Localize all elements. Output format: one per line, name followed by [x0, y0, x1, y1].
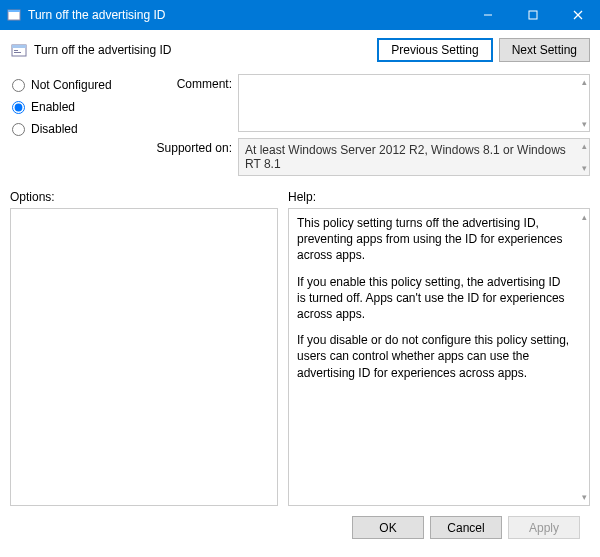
radio-not-configured[interactable]: Not Configured — [10, 78, 150, 92]
help-paragraph: This policy setting turns off the advert… — [297, 215, 571, 264]
radio-not-configured-label: Not Configured — [31, 78, 112, 92]
radio-disabled-label: Disabled — [31, 122, 78, 136]
titlebar: Turn off the advertising ID — [0, 0, 600, 30]
state-radio-group: Not Configured Enabled Disabled — [10, 74, 150, 144]
chevron-up-icon[interactable]: ▴ — [582, 77, 587, 87]
svg-rect-9 — [14, 52, 21, 53]
setting-title: Turn off the advertising ID — [34, 43, 171, 57]
help-pane: This policy setting turns off the advert… — [288, 208, 590, 506]
help-label: Help: — [288, 190, 590, 204]
minimize-button[interactable] — [465, 0, 510, 30]
comment-input[interactable]: ▴ ▾ — [238, 74, 590, 132]
previous-setting-button[interactable]: Previous Setting — [377, 38, 492, 62]
svg-rect-1 — [8, 10, 20, 12]
radio-disabled[interactable]: Disabled — [10, 122, 150, 136]
close-button[interactable] — [555, 0, 600, 30]
radio-not-configured-input[interactable] — [12, 79, 25, 92]
app-icon — [6, 7, 22, 23]
supported-on-value: At least Windows Server 2012 R2, Windows… — [238, 138, 590, 176]
radio-disabled-input[interactable] — [12, 123, 25, 136]
chevron-up-icon[interactable]: ▴ — [582, 211, 587, 223]
maximize-button[interactable] — [510, 0, 555, 30]
radio-enabled-input[interactable] — [12, 101, 25, 114]
svg-rect-8 — [14, 50, 18, 51]
cancel-button[interactable]: Cancel — [430, 516, 502, 539]
svg-rect-3 — [529, 11, 537, 19]
dialog-body: Turn off the advertising ID Previous Set… — [0, 30, 600, 547]
help-paragraph: If you enable this policy setting, the a… — [297, 274, 571, 323]
dialog-footer: OK Cancel Apply — [10, 506, 590, 547]
radio-enabled-label: Enabled — [31, 100, 75, 114]
chevron-down-icon[interactable]: ▾ — [582, 491, 587, 503]
help-paragraph: If you disable or do not configure this … — [297, 332, 571, 381]
chevron-down-icon[interactable]: ▾ — [582, 119, 587, 129]
chevron-up-icon[interactable]: ▴ — [582, 141, 587, 151]
next-setting-button[interactable]: Next Setting — [499, 38, 590, 62]
setting-icon — [10, 41, 28, 59]
comment-label: Comment: — [150, 74, 238, 132]
chevron-down-icon[interactable]: ▾ — [582, 163, 587, 173]
supported-on-label: Supported on: — [150, 138, 238, 176]
titlebar-title: Turn off the advertising ID — [28, 8, 165, 22]
svg-rect-7 — [12, 45, 26, 48]
apply-button[interactable]: Apply — [508, 516, 580, 539]
ok-button[interactable]: OK — [352, 516, 424, 539]
radio-enabled[interactable]: Enabled — [10, 100, 150, 114]
options-pane — [10, 208, 278, 506]
options-label: Options: — [10, 190, 288, 204]
